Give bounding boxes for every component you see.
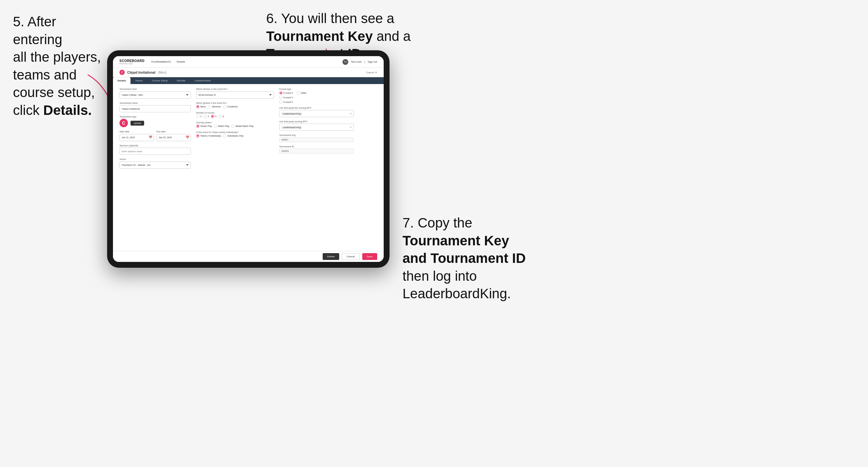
calendar-icon-end: 📅: [186, 136, 189, 139]
date-group: Start date 📅 End date 📅: [120, 130, 191, 141]
tab-course-setup[interactable]: Course Setup: [147, 77, 173, 84]
teams-plus-individuals[interactable]: Teams (+Individuals): [196, 134, 221, 137]
third-party-2-value: Leaderboard King: [281, 126, 302, 129]
third-party-2-label: Use third-party scoring API?: [279, 120, 354, 123]
tournament-host-select[interactable]: Clippd College - Men: [120, 92, 191, 99]
scoring-label: Scoring system: [196, 121, 274, 124]
nav-tournaments[interactable]: TOURNAMENTS: [151, 60, 171, 63]
annotation-bottom-right: 7. Copy the Tournament Key and Tournamen…: [403, 214, 558, 303]
cancel-button[interactable]: Cancel ✕: [366, 71, 377, 74]
tournament-key-value: b4f6b7: [279, 137, 354, 142]
tournament-header: C Clippd Invitational (Men) Cancel ✕: [113, 68, 384, 77]
teams-group: Is this event for Teams and/or Individua…: [196, 131, 274, 137]
format-type-group: Format type 5 count 4 Other: [279, 88, 354, 103]
form-section-left: Tournament Host Clippd College - Men Tou…: [120, 88, 191, 172]
round-3[interactable]: 3: [211, 115, 217, 118]
individuals-only[interactable]: Individuals Only: [223, 134, 243, 137]
logo-c-icon: C: [120, 119, 128, 127]
rounds-label: Number of rounds: [196, 112, 274, 114]
tournament-id-group: Tournament ID 302051: [279, 145, 354, 154]
tournament-id-value: 302051: [279, 149, 354, 154]
venue-group: Venue Peachtree GC - Atlanta - GA: [120, 158, 191, 169]
tournament-logo-icon: C: [120, 70, 125, 75]
delete-button[interactable]: Delete: [323, 253, 339, 260]
tournament-host-group: Tournament Host Clippd College - Men: [120, 88, 191, 99]
teams-label: Is this event for Teams and/or Individua…: [196, 131, 274, 133]
tab-leaderboards[interactable]: Leaderboards: [190, 77, 215, 84]
tournament-id-label: Tournament ID: [279, 145, 354, 148]
signout-link[interactable]: Sign out: [368, 60, 377, 63]
tournament-subtitle: (Men): [158, 71, 166, 74]
tournament-title-text: Clippd Invitational: [127, 71, 155, 74]
form-layout: Tournament Host Clippd College - Men Tou…: [120, 88, 377, 172]
footer-bar: Delete Cancel Save: [113, 251, 384, 262]
round-4[interactable]: 4: [218, 115, 224, 118]
tournament-logo-label: Tournament logo: [120, 116, 191, 118]
upload-button[interactable]: Upload: [130, 121, 144, 126]
user-avatar: TU: [342, 59, 348, 65]
main-content: Tournament Host Clippd College - Men Tou…: [113, 84, 384, 251]
start-date-label: Start date: [120, 130, 154, 133]
format-6count5[interactable]: 6 count 5: [279, 100, 293, 103]
sponsor-input[interactable]: [120, 148, 191, 155]
third-party-2-group: Use third-party scoring API? Leaderboard…: [279, 120, 354, 131]
tournament-name-input[interactable]: [120, 105, 191, 112]
format-5count4[interactable]: 5 count 4: [279, 91, 293, 94]
division-label: Which division is the event for?: [196, 88, 274, 90]
third-party-1-input[interactable]: Leaderboard King ✕: [279, 110, 354, 117]
tab-teams[interactable]: Teams: [130, 77, 147, 84]
tournament-key-group: Tournament Key b4f6b7: [279, 134, 354, 142]
save-button[interactable]: Save: [362, 253, 377, 260]
form-section-right: Format type 5 count 4 Other: [279, 88, 354, 172]
third-party-2-input[interactable]: Leaderboard King ✕: [279, 124, 354, 131]
tablet-screen: SCOREBOARD Powered by clippd TOURNAMENTS…: [113, 56, 384, 262]
tablet: SCOREBOARD Powered by clippd TOURNAMENTS…: [107, 50, 390, 268]
tournament-logo-group: Tournament logo C Upload: [120, 116, 191, 127]
scoreboard-logo: SCOREBOARD Powered by clippd: [120, 59, 145, 65]
gender-womens[interactable]: Womens: [208, 105, 221, 108]
format-other[interactable]: Other: [297, 91, 307, 94]
user-name: Test User: [351, 60, 362, 63]
navbar: SCOREBOARD Powered by clippd TOURNAMENTS…: [113, 56, 384, 68]
third-party-1-label: Use third-party live scoring API?: [279, 107, 354, 109]
tab-details[interactable]: Details: [113, 77, 130, 84]
annotation-left: 5. After entering all the players, teams…: [13, 13, 107, 119]
division-group: Which division is the event for? NCAA Di…: [196, 88, 274, 99]
tournament-host-label: Tournament Host: [120, 88, 191, 90]
venue-select[interactable]: Peachtree GC - Atlanta - GA: [120, 162, 191, 169]
round-1[interactable]: 1: [196, 115, 202, 118]
venue-label: Venue: [120, 158, 191, 160]
gender-label: Which gender is the event for?: [196, 102, 274, 104]
gender-combined[interactable]: Combined: [223, 105, 238, 108]
tournament-key-label: Tournament Key: [279, 134, 354, 136]
nav-teams[interactable]: TEAMS: [176, 60, 185, 63]
tournament-name-group: Tournament name: [120, 102, 191, 113]
third-party-1-clear[interactable]: ✕: [350, 112, 352, 115]
scoring-group: Scoring system Stroke Play Match Play: [196, 121, 274, 128]
division-select[interactable]: NCAA Division III: [196, 92, 274, 99]
round-2[interactable]: 2: [204, 115, 209, 118]
footer-cancel-button[interactable]: Cancel: [342, 253, 360, 260]
sponsor-label: Sponsor (optional): [120, 145, 191, 147]
format-6count4[interactable]: 6 count 4: [279, 96, 293, 99]
third-party-2-clear[interactable]: ✕: [350, 126, 352, 129]
scoring-stroke[interactable]: Stroke Play: [196, 125, 212, 128]
tournament-name-label: Tournament name: [120, 102, 191, 104]
third-party-1-group: Use third-party live scoring API? Leader…: [279, 107, 354, 117]
gender-mens[interactable]: Mens: [196, 105, 206, 108]
form-section-middle: Which division is the event for? NCAA Di…: [196, 88, 274, 172]
tabs-bar: Details Teams Course Setup Results Leade…: [113, 77, 384, 84]
scoring-match[interactable]: Match Play: [214, 125, 229, 128]
third-party-1-value: Leaderboard King: [281, 112, 302, 115]
format-type-label: Format type: [279, 88, 354, 90]
rounds-group: Number of rounds 1 2: [196, 112, 274, 118]
gender-group: Which gender is the event for? Mens Wome…: [196, 102, 274, 108]
tab-results[interactable]: Results: [173, 77, 190, 84]
calendar-icon-start: 📅: [149, 136, 152, 139]
sponsor-group: Sponsor (optional): [120, 145, 191, 155]
end-date-label: End date: [156, 130, 191, 133]
scoring-medal-match[interactable]: Medal Match Play: [231, 125, 253, 128]
